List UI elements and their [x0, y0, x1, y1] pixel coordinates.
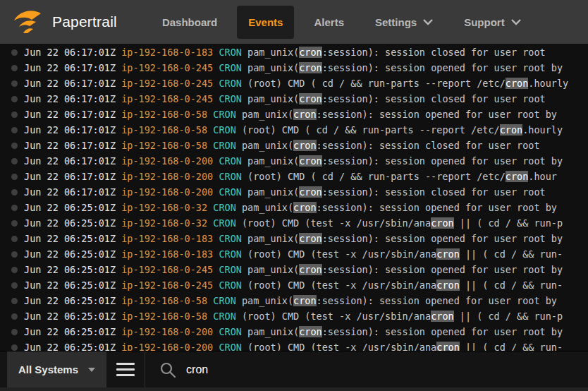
event-host[interactable]: ip-192-168-0-32 [121, 202, 207, 213]
log-row[interactable]: Jun 22 06:25:01Z ip-192-168-0-200 CRON p… [0, 324, 588, 339]
log-row[interactable]: Jun 22 06:17:01Z ip-192-168-0-200 CRON (… [0, 169, 588, 184]
event-host[interactable]: ip-192-168-0-183 [121, 47, 213, 58]
search-match-highlight: cron [299, 326, 322, 337]
event-host[interactable]: ip-192-168-0-200 [121, 326, 213, 337]
search-input[interactable] [186, 363, 588, 376]
event-message: pam_unix(cron:session): session closed f… [242, 140, 540, 151]
log-row[interactable]: Jun 22 06:25:01Z ip-192-168-0-183 CRON (… [0, 246, 588, 262]
event-timestamp: Jun 22 06:17:01Z [24, 78, 116, 89]
event-host[interactable]: ip-192-168-0-58 [121, 311, 207, 322]
event-host[interactable]: ip-192-168-0-200 [121, 186, 213, 198]
event-program[interactable]: CRON [213, 140, 236, 151]
search-match-highlight: cron [431, 217, 454, 229]
log-row[interactable]: Jun 22 06:17:01Z ip-192-168-0-245 CRON (… [0, 76, 588, 91]
log-row[interactable]: Jun 22 06:17:01Z ip-192-168-0-200 CRON p… [0, 184, 588, 200]
log-row-text: Jun 22 06:17:01Z ip-192-168-0-245 CRON p… [24, 91, 546, 107]
event-host[interactable]: ip-192-168-0-200 [121, 342, 213, 351]
event-timestamp: Jun 22 06:25:01Z [24, 311, 116, 322]
event-bullet-icon [11, 282, 18, 289]
event-host[interactable]: ip-192-168-0-245 [121, 264, 213, 275]
event-bullet-icon [11, 344, 18, 351]
event-program[interactable]: CRON [219, 93, 242, 104]
log-row[interactable]: Jun 22 06:25:01Z ip-192-168-0-245 CRON p… [0, 262, 588, 277]
log-row-text: Jun 22 06:17:01Z ip-192-168-0-200 CRON p… [24, 184, 546, 200]
event-host[interactable]: ip-192-168-0-58 [121, 140, 207, 151]
nav-settings-label: Settings [375, 16, 417, 28]
event-host[interactable]: ip-192-168-0-58 [121, 295, 207, 306]
event-host[interactable]: ip-192-168-0-245 [121, 93, 213, 104]
log-row[interactable]: Jun 22 06:25:01Z ip-192-168-0-58 CRON pa… [0, 293, 588, 308]
nav-alerts[interactable]: Alerts [302, 6, 355, 39]
log-row[interactable]: Jun 22 06:17:01Z ip-192-168-0-58 CRON (r… [0, 122, 588, 138]
log-row[interactable]: Jun 22 06:17:01Z ip-192-168-0-183 CRON p… [0, 44, 588, 60]
log-row-text: Jun 22 06:17:01Z ip-192-168-0-58 CRON pa… [24, 138, 540, 153]
event-program[interactable]: CRON [219, 78, 242, 89]
event-program[interactable]: CRON [213, 217, 236, 229]
log-row[interactable]: Jun 22 06:17:01Z ip-192-168-0-58 CRON pa… [0, 107, 588, 122]
log-row[interactable]: Jun 22 06:25:01Z ip-192-168-0-200 CRON (… [0, 339, 588, 351]
search-match-highlight: cron [506, 78, 529, 89]
event-program[interactable]: CRON [219, 186, 242, 198]
event-program[interactable]: CRON [213, 295, 236, 306]
search-match-highlight: cron [299, 62, 322, 73]
event-program[interactable]: CRON [219, 342, 242, 351]
event-program[interactable]: CRON [213, 202, 236, 213]
event-program[interactable]: CRON [213, 124, 236, 136]
event-program[interactable]: CRON [219, 47, 242, 58]
log-row[interactable]: Jun 22 06:17:01Z ip-192-168-0-245 CRON p… [0, 60, 588, 76]
event-program[interactable]: CRON [219, 248, 242, 260]
event-bullet-icon [11, 112, 18, 118]
log-row[interactable]: Jun 22 06:17:01Z ip-192-168-0-200 CRON p… [0, 153, 588, 169]
chevron-down-icon [511, 19, 521, 25]
event-program[interactable]: CRON [219, 279, 242, 291]
event-message: (root) CMD (test -x /usr/sbin/anacron ||… [242, 217, 563, 229]
event-host[interactable]: ip-192-168-0-58 [121, 124, 207, 136]
log-row[interactable]: Jun 22 06:17:01Z ip-192-168-0-245 CRON p… [0, 91, 588, 107]
search-icon [159, 361, 176, 378]
search-match-highlight: cron [299, 93, 322, 104]
event-program[interactable]: CRON [219, 326, 242, 337]
log-row[interactable]: Jun 22 06:25:01Z ip-192-168-0-58 CRON (r… [0, 308, 588, 324]
event-host[interactable]: ip-192-168-0-183 [121, 248, 213, 260]
event-bullet-icon [11, 313, 18, 320]
event-host[interactable]: ip-192-168-0-245 [121, 78, 213, 89]
search-match-highlight: cron [293, 109, 317, 120]
event-host[interactable]: ip-192-168-0-245 [121, 62, 213, 73]
event-host[interactable]: ip-192-168-0-183 [121, 233, 213, 244]
solarwinds-logo-icon[interactable] [13, 8, 42, 36]
event-program[interactable]: CRON [213, 311, 236, 322]
log-row[interactable]: Jun 22 06:25:01Z ip-192-168-0-32 CRON pa… [0, 200, 588, 215]
event-host[interactable]: ip-192-168-0-32 [121, 217, 207, 229]
log-row[interactable]: Jun 22 06:25:01Z ip-192-168-0-245 CRON (… [0, 277, 588, 293]
event-program[interactable]: CRON [219, 233, 242, 244]
search-match-highlight: cron [299, 233, 322, 244]
event-bullet-icon [11, 236, 18, 242]
systems-selector[interactable]: All Systems [7, 351, 106, 387]
event-timestamp: Jun 22 06:17:01Z [24, 155, 116, 167]
menu-button[interactable] [106, 351, 145, 387]
nav-support[interactable]: Support [453, 6, 532, 39]
event-host[interactable]: ip-192-168-0-245 [121, 279, 213, 291]
log-row[interactable]: Jun 22 06:17:01Z ip-192-168-0-58 CRON pa… [0, 138, 588, 153]
nav-dashboard-label: Dashboard [162, 16, 217, 28]
nav-dashboard[interactable]: Dashboard [151, 6, 228, 39]
log-row-text: Jun 22 06:25:01Z ip-192-168-0-245 CRON p… [24, 262, 563, 277]
bottom-bar: All Systems [0, 351, 588, 391]
event-program[interactable]: CRON [213, 109, 236, 120]
event-program[interactable]: CRON [219, 62, 242, 73]
log-row[interactable]: Jun 22 06:25:01Z ip-192-168-0-183 CRON p… [0, 231, 588, 246]
event-bullet-icon [11, 158, 18, 164]
search-match-highlight: cron [299, 155, 322, 167]
event-program[interactable]: CRON [219, 155, 242, 167]
event-host[interactable]: ip-192-168-0-58 [121, 109, 207, 120]
event-timestamp: Jun 22 06:25:01Z [24, 202, 116, 213]
event-program[interactable]: CRON [219, 264, 242, 275]
event-timestamp: Jun 22 06:17:01Z [24, 186, 116, 198]
nav-settings[interactable]: Settings [364, 6, 444, 39]
event-message: pam_unix(cron:session): session opened f… [247, 326, 563, 337]
event-program[interactable]: CRON [219, 171, 242, 182]
event-host[interactable]: ip-192-168-0-200 [121, 155, 213, 167]
log-row[interactable]: Jun 22 06:25:01Z ip-192-168-0-32 CRON (r… [0, 215, 588, 231]
event-host[interactable]: ip-192-168-0-200 [121, 171, 213, 182]
nav-events[interactable]: Events [237, 6, 294, 39]
